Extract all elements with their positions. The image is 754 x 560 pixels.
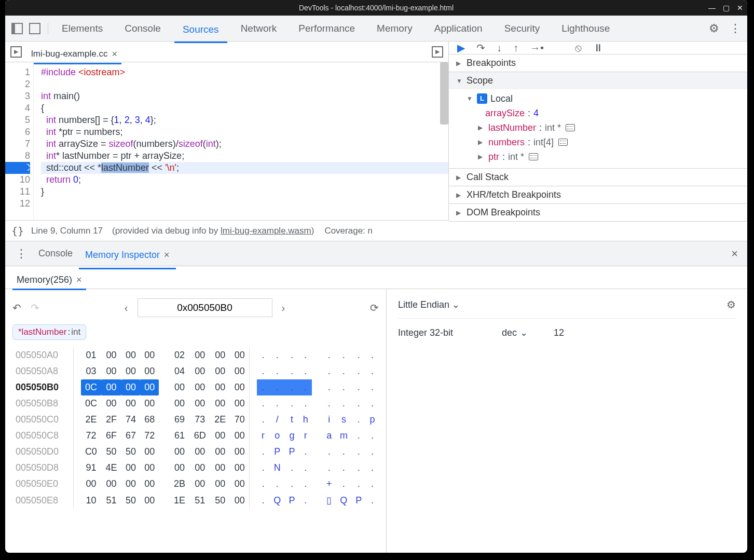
memory-icon[interactable] — [529, 153, 538, 160]
maximize-icon[interactable]: ▢ — [723, 4, 730, 12]
scrollbar[interactable] — [440, 62, 448, 125]
refresh-icon[interactable]: ⟳ — [370, 302, 379, 314]
value-settings-icon[interactable]: ⚙ — [726, 298, 736, 311]
tab-security[interactable]: Security — [496, 20, 549, 37]
close-memory-tab-icon[interactable]: × — [76, 275, 82, 285]
address-input[interactable] — [138, 298, 272, 317]
navigator-toggle-icon[interactable]: ▶ — [10, 46, 22, 58]
tab-elements[interactable]: Elements — [53, 20, 111, 37]
step-icon[interactable]: →• — [530, 42, 544, 54]
file-tab[interactable]: lmi-bug-example.cc × — [27, 46, 121, 64]
chevron-down-icon: ⌄ — [520, 327, 528, 338]
editor-statusbar: {} Line 9, Column 17 (provided via debug… — [5, 221, 747, 241]
section-xhr[interactable]: ▶XHR/fetch Breakpoints — [449, 186, 747, 203]
inspect-element-icon[interactable] — [11, 23, 23, 34]
memory-highlight-chip[interactable]: *lastNumber: int — [12, 324, 86, 340]
tab-memory[interactable]: Memory — [368, 20, 421, 37]
pause-exceptions-icon[interactable]: ⏸ — [593, 42, 604, 54]
main-tabbar: Elements Console Sources Network Perform… — [5, 16, 747, 42]
settings-gear-icon[interactable]: ⚙ — [709, 22, 719, 35]
device-toolbar-icon[interactable] — [29, 23, 40, 34]
next-page-icon[interactable]: › — [282, 302, 285, 314]
section-breakpoints[interactable]: ▶Breakpoints — [449, 54, 747, 72]
close-drawer-tab-icon[interactable]: × — [164, 250, 170, 261]
memory-icon[interactable] — [566, 124, 575, 131]
drawer-tab-memory-inspector[interactable]: Memory Inspector × — [79, 245, 176, 269]
close-drawer-icon[interactable]: × — [727, 247, 742, 261]
memory-instance-tab[interactable]: Memory(256) × — [12, 271, 86, 290]
tab-lighthouse[interactable]: Lighthouse — [553, 20, 618, 37]
step-into-icon[interactable]: ↓ — [497, 42, 502, 54]
deactivate-breakpoints-icon[interactable]: ⦸ — [575, 42, 582, 54]
prev-page-icon[interactable]: ‹ — [125, 302, 128, 314]
window-titlebar: DevTools - localhost:4000/lmi-bug-exampl… — [5, 0, 747, 16]
undo-icon[interactable]: ↶ — [12, 302, 21, 314]
representation-select[interactable]: dec ⌄ — [502, 327, 528, 338]
section-scope[interactable]: ▼Scope — [449, 72, 747, 89]
tab-network[interactable]: Network — [232, 20, 285, 37]
code-editor[interactable]: 123456789101112 #include <iostream> int … — [5, 62, 448, 220]
value-type-label: Integer 32-bit — [398, 327, 476, 338]
redo-icon[interactable]: ↷ — [31, 302, 39, 314]
scope-numbers[interactable]: ▶numbers: int[4] — [467, 135, 747, 149]
section-callstack[interactable]: ▶Call Stack — [449, 169, 747, 186]
endianness-select[interactable]: Little Endian ⌄ — [398, 299, 460, 310]
drawer-menu-icon[interactable]: ⋮ — [10, 247, 32, 261]
wasm-link[interactable]: lmi-bug-example.wasm — [221, 226, 311, 236]
debugger-toolbar: ▶ ↷ ↓ ↑ →• ⦸ ⏸ — [449, 42, 747, 54]
close-tab-icon[interactable]: × — [112, 49, 117, 60]
hex-viewer[interactable]: 005050A00100000002000000........005050A8… — [12, 347, 379, 509]
drawer-tab-console[interactable]: Console — [32, 244, 79, 263]
scope-local[interactable]: ▼LLocal — [467, 91, 747, 106]
window-title: DevTools - localhost:4000/lmi-bug-exampl… — [299, 4, 454, 12]
scope-ptr[interactable]: ▶ptr: int * — [467, 149, 747, 164]
decoded-value: 12 — [554, 327, 564, 338]
tab-application[interactable]: Application — [426, 20, 491, 37]
close-window-icon[interactable]: ✕ — [737, 4, 743, 12]
memory-icon[interactable] — [558, 139, 568, 146]
step-over-icon[interactable]: ↷ — [476, 42, 485, 54]
tab-performance[interactable]: Performance — [290, 20, 363, 37]
resume-icon[interactable]: ▶ — [457, 42, 465, 54]
chevron-down-icon: ⌄ — [452, 299, 460, 310]
pretty-print-icon[interactable]: {} — [11, 225, 24, 237]
debugger-toggle-icon[interactable]: ▶ — [432, 46, 443, 58]
tab-sources[interactable]: Sources — [174, 21, 227, 43]
minimize-icon[interactable]: — — [708, 4, 716, 12]
section-dom[interactable]: ▶DOM Breakpoints — [449, 204, 747, 221]
tab-console[interactable]: Console — [116, 20, 169, 37]
step-out-icon[interactable]: ↑ — [513, 42, 518, 54]
scope-lastnumber[interactable]: ▶lastNumber: int * — [467, 120, 747, 135]
more-menu-icon[interactable]: ⋮ — [730, 22, 741, 35]
